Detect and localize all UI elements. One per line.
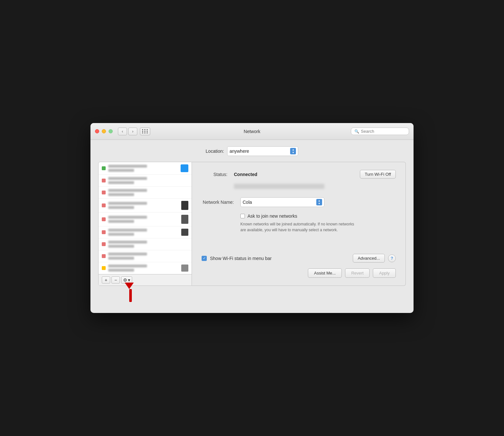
minimize-button[interactable] bbox=[102, 129, 106, 133]
nav-buttons: ‹ › bbox=[118, 128, 137, 135]
sidebar-item[interactable] bbox=[99, 226, 192, 238]
sidebar-item[interactable] bbox=[99, 187, 192, 199]
ask-join-row: Ask to join new networks bbox=[240, 213, 396, 219]
sidebar-item-text bbox=[108, 253, 188, 260]
sidebar-item-icon bbox=[181, 229, 188, 236]
annotation-arrow-container bbox=[98, 283, 406, 305]
location-value: anywhere bbox=[229, 149, 249, 154]
status-dot bbox=[102, 179, 106, 182]
sidebar-item-icon bbox=[181, 215, 188, 224]
sidebar-item[interactable] bbox=[99, 238, 192, 250]
sidebar-item[interactable] bbox=[99, 162, 192, 175]
sidebar-item-text bbox=[108, 189, 188, 196]
ask-join-description: Known networks will be joined automatica… bbox=[240, 221, 357, 233]
bottom-section: ✓ Show Wi-Fi status in menu bar Advanced… bbox=[202, 254, 396, 278]
assist-me-button[interactable]: Assist Me... bbox=[308, 268, 342, 278]
sidebar-item-name bbox=[108, 177, 147, 180]
grid-view-button[interactable] bbox=[140, 128, 150, 135]
sidebar-item-name bbox=[108, 229, 147, 232]
sidebar-item-sub bbox=[108, 220, 134, 223]
sidebar-item-sub bbox=[108, 233, 134, 236]
close-button[interactable] bbox=[95, 129, 99, 133]
sidebar-item-sub bbox=[108, 169, 134, 172]
sidebar-item-text bbox=[108, 165, 178, 172]
ask-join-label: Ask to join new networks bbox=[247, 213, 297, 219]
sidebar-item-name bbox=[108, 265, 147, 267]
help-button[interactable]: ? bbox=[388, 254, 396, 262]
status-dot bbox=[102, 266, 106, 270]
status-dot bbox=[102, 230, 106, 234]
show-wifi-row: ✓ Show Wi-Fi status in menu bar Advanced… bbox=[202, 254, 396, 263]
sidebar-item-sub bbox=[108, 257, 134, 260]
checkmark-icon: ✓ bbox=[203, 256, 206, 260]
sidebar-item-icon bbox=[181, 164, 188, 172]
location-select[interactable]: anywhere ▲ ▼ bbox=[227, 146, 298, 156]
sidebar-item-sub bbox=[108, 193, 134, 196]
show-wifi-checkbox[interactable]: ✓ bbox=[202, 256, 207, 261]
traffic-lights bbox=[95, 129, 113, 133]
sidebar-item-text bbox=[108, 202, 179, 209]
sidebar-item[interactable] bbox=[99, 213, 192, 226]
sidebar-item-icon bbox=[181, 265, 188, 272]
sidebar-item-sub bbox=[108, 269, 134, 272]
action-buttons-row: Assist Me... Revert Apply bbox=[202, 268, 396, 278]
sidebar-item-text bbox=[108, 229, 179, 236]
network-name-select[interactable]: Cola ▲ ▼ bbox=[240, 197, 324, 207]
sidebar-list bbox=[99, 162, 192, 274]
location-label: Location: bbox=[206, 149, 224, 154]
sidebar-item-name bbox=[108, 241, 147, 244]
status-dot bbox=[102, 191, 106, 194]
sidebar-item-sub bbox=[108, 181, 134, 184]
content-area: Location: anywhere ▲ ▼ bbox=[90, 140, 414, 313]
grid-icon bbox=[142, 129, 148, 133]
arrow-head bbox=[125, 283, 134, 289]
advanced-button[interactable]: Advanced... bbox=[353, 254, 385, 263]
chevron-down-icon: ▾ bbox=[128, 277, 130, 283]
turn-wifi-button[interactable]: Turn Wi-Fi Off bbox=[360, 170, 396, 179]
titlebar: ‹ › Network 🔍 bbox=[90, 123, 414, 140]
right-panel: Status: Connected Turn Wi-Fi Off Network… bbox=[192, 162, 406, 286]
sidebar-item-name bbox=[108, 189, 147, 192]
sidebar-item-sub bbox=[108, 206, 134, 209]
status-label: Status: bbox=[202, 172, 227, 177]
status-dot bbox=[102, 217, 106, 221]
sidebar-item-text bbox=[108, 265, 179, 272]
sidebar-item[interactable] bbox=[99, 175, 192, 187]
revert-button[interactable]: Revert bbox=[345, 268, 370, 278]
location-row: Location: anywhere ▲ ▼ bbox=[98, 146, 406, 156]
status-dot bbox=[102, 166, 106, 170]
ask-join-checkbox[interactable] bbox=[240, 214, 245, 218]
sidebar-item[interactable] bbox=[99, 199, 192, 213]
status-value: Connected bbox=[234, 172, 257, 177]
gear-icon: ⚙ bbox=[123, 277, 127, 283]
search-icon: 🔍 bbox=[354, 129, 359, 134]
sidebar-item[interactable] bbox=[99, 250, 192, 262]
network-name-row: Network Name: Cola ▲ ▼ bbox=[202, 197, 396, 207]
maximize-button[interactable] bbox=[109, 129, 113, 133]
sidebar-item-text bbox=[108, 216, 179, 223]
search-box[interactable]: 🔍 bbox=[351, 128, 409, 135]
sidebar-item[interactable] bbox=[99, 262, 192, 274]
back-button[interactable]: ‹ bbox=[118, 128, 127, 135]
forward-button[interactable]: › bbox=[128, 128, 137, 135]
network-name-arrows-icon: ▲ ▼ bbox=[316, 199, 322, 205]
checkbox-area: Ask to join new networks Known networks … bbox=[240, 213, 396, 233]
sidebar-item-name bbox=[108, 253, 147, 255]
status-dot bbox=[102, 254, 106, 258]
sidebar-item-sub bbox=[108, 245, 134, 248]
sidebar-item-text bbox=[108, 177, 188, 184]
sidebar-item-name bbox=[108, 216, 147, 219]
main-window: ‹ › Network 🔍 Location: anywhere ▲ ▼ bbox=[90, 123, 414, 313]
sidebar-item-name bbox=[108, 165, 147, 168]
arrow-shaft bbox=[129, 289, 132, 302]
network-name-label: Network Name: bbox=[202, 200, 234, 205]
sidebar-item-icon bbox=[181, 201, 188, 210]
status-dot bbox=[102, 203, 106, 207]
search-input[interactable] bbox=[361, 129, 405, 134]
window-title: Network bbox=[244, 129, 260, 134]
main-panel: + − ⚙ ▾ Status: Connected Turn Wi-Fi Off bbox=[98, 162, 406, 286]
show-wifi-label: Show Wi-Fi status in menu bar bbox=[210, 256, 272, 261]
status-row: Status: Connected Turn Wi-Fi Off bbox=[202, 170, 396, 179]
apply-button[interactable]: Apply bbox=[373, 268, 396, 278]
sidebar: + − ⚙ ▾ bbox=[98, 162, 192, 286]
